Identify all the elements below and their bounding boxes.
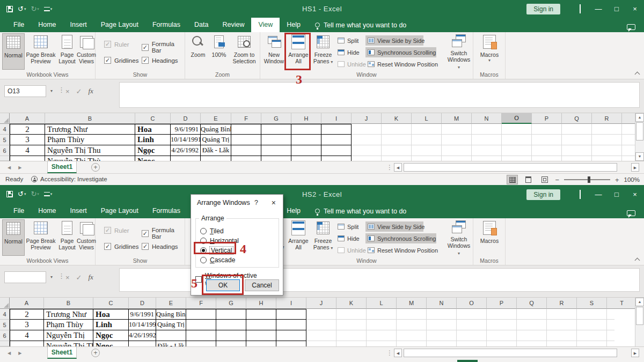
- cell[interactable]: [321, 124, 352, 135]
- collapse-ribbon-button[interactable]: [635, 257, 640, 262]
- cell[interactable]: [306, 341, 336, 346]
- cell[interactable]: Hoa: [93, 309, 129, 320]
- cell[interactable]: [261, 124, 291, 135]
- name-box[interactable]: O13: [4, 85, 46, 97]
- page-break-preview-button[interactable]: Page Break Preview: [26, 219, 56, 256]
- vertical-scrollbar[interactable]: ▲ ▼: [635, 113, 644, 161]
- cancel-entry-button[interactable]: ×: [65, 87, 70, 95]
- split-button[interactable]: Split: [335, 35, 361, 46]
- cell[interactable]: [216, 309, 246, 320]
- cell[interactable]: [532, 135, 562, 145]
- cell[interactable]: [502, 135, 532, 145]
- cell[interactable]: [261, 135, 291, 145]
- horizontal-scroll-thumb[interactable]: [404, 163, 617, 172]
- split-button[interactable]: Split: [335, 221, 361, 232]
- tell-me-box[interactable]: Tell me what you want to do: [315, 204, 406, 218]
- cell[interactable]: Linh: [135, 135, 171, 145]
- cell[interactable]: [10, 341, 44, 346]
- normal-view-button[interactable]: Normal: [2, 219, 25, 256]
- hide-button[interactable]: Hide: [335, 233, 362, 243]
- macros-button[interactable]: Macros▾: [477, 33, 502, 70]
- row-header[interactable]: 6: [0, 330, 10, 341]
- cancel-entry-button[interactable]: ×: [65, 274, 70, 282]
- sheet-tab-sheet1[interactable]: Sheet1: [47, 161, 77, 173]
- scroll-up-icon[interactable]: ▲: [635, 298, 644, 306]
- zoom-slider-thumb[interactable]: [588, 176, 590, 183]
- page-layout-view-toggle[interactable]: [523, 175, 534, 184]
- cell[interactable]: [487, 309, 517, 320]
- column-header[interactable]: N: [472, 113, 502, 124]
- tab-data[interactable]: Data: [187, 18, 215, 32]
- sheet-nav-right-icon[interactable]: ▶: [18, 351, 21, 356]
- cell[interactable]: Quảng Bình: [156, 309, 186, 320]
- cell[interactable]: [442, 156, 472, 161]
- sheet-tab-sheet1[interactable]: Sheet1: [47, 347, 77, 359]
- cell[interactable]: [397, 320, 427, 330]
- column-header[interactable]: R: [547, 298, 577, 309]
- cell[interactable]: [487, 330, 517, 341]
- page-break-preview-button[interactable]: Page Break Preview: [26, 33, 56, 70]
- dialog-title-bar[interactable]: Arrange Windows ? ×: [191, 195, 283, 211]
- cell[interactable]: [592, 156, 622, 161]
- cell[interactable]: [352, 145, 382, 156]
- vertical-scrollbar[interactable]: ▲: [635, 298, 644, 346]
- cell[interactable]: [231, 145, 261, 156]
- cell[interactable]: [201, 156, 231, 161]
- cell[interactable]: [291, 145, 321, 156]
- minimize-button[interactable]: —: [589, 190, 608, 198]
- cell[interactable]: [472, 145, 502, 156]
- column-header[interactable]: P: [487, 298, 517, 309]
- cell[interactable]: [577, 341, 607, 346]
- row-header[interactable]: 6: [0, 145, 10, 156]
- cell[interactable]: [412, 156, 442, 161]
- cell[interactable]: [427, 341, 457, 346]
- headings-checkbox[interactable]: ✓Headings: [142, 57, 178, 64]
- column-header[interactable]: B: [44, 298, 93, 309]
- cell[interactable]: [547, 330, 577, 341]
- cell[interactable]: Trương Như: [44, 309, 93, 320]
- view-side-by-side-button[interactable]: View Side by Side: [365, 221, 423, 232]
- column-header[interactable]: M: [442, 113, 472, 124]
- cell[interactable]: 10/14/1991: [129, 320, 156, 330]
- tab-insert[interactable]: Insert: [63, 204, 94, 218]
- cell[interactable]: Ngọc: [135, 156, 171, 161]
- horizontal-scroll-thumb[interactable]: [404, 349, 617, 357]
- cell[interactable]: [502, 156, 532, 161]
- column-header[interactable]: S: [577, 298, 607, 309]
- accessibility-status[interactable]: Accessibility: Investigate: [31, 176, 107, 182]
- cell[interactable]: [246, 320, 276, 330]
- reset-window-position-button[interactable]: Reset Window Position: [365, 245, 445, 255]
- cell[interactable]: [216, 320, 246, 330]
- cell[interactable]: [186, 320, 216, 330]
- cell[interactable]: [186, 341, 216, 346]
- tab-file[interactable]: File: [6, 204, 31, 218]
- cell[interactable]: [321, 156, 352, 161]
- cell[interactable]: [397, 309, 427, 320]
- scroll-left-icon[interactable]: ◀: [394, 163, 402, 172]
- column-header[interactable]: D: [171, 113, 201, 124]
- cell[interactable]: [397, 341, 427, 346]
- cell[interactable]: 4: [10, 330, 44, 341]
- column-header[interactable]: C: [93, 298, 129, 309]
- scroll-right-icon[interactable]: ▶: [631, 163, 639, 172]
- arrange-all-button[interactable]: Arrange All: [287, 219, 310, 256]
- zoom-out-button[interactable]: −: [555, 176, 559, 184]
- cell[interactable]: [382, 145, 412, 156]
- cell[interactable]: [592, 135, 622, 145]
- minimize-button[interactable]: —: [589, 5, 608, 13]
- name-box-caret-icon[interactable]: ▾: [47, 271, 56, 283]
- custom-views-button[interactable]: Custom Views: [77, 33, 96, 70]
- reset-window-position-button[interactable]: Reset Window Position: [365, 59, 445, 69]
- cancel-button[interactable]: Cancel: [245, 279, 279, 291]
- enter-entry-button[interactable]: ✓: [76, 87, 82, 95]
- cell[interactable]: [472, 156, 502, 161]
- maximize-button[interactable]: □: [608, 190, 626, 198]
- cell[interactable]: [562, 135, 592, 145]
- cell[interactable]: [412, 145, 442, 156]
- cell[interactable]: [10, 156, 45, 161]
- gridlines-checkbox[interactable]: ✓Gridlines: [104, 57, 138, 64]
- tell-me-box[interactable]: Tell me what you want to do: [315, 18, 406, 32]
- cell[interactable]: 4/26/1992: [171, 145, 201, 156]
- tab-review[interactable]: Review: [215, 18, 251, 32]
- tab-insert[interactable]: Insert: [63, 18, 94, 32]
